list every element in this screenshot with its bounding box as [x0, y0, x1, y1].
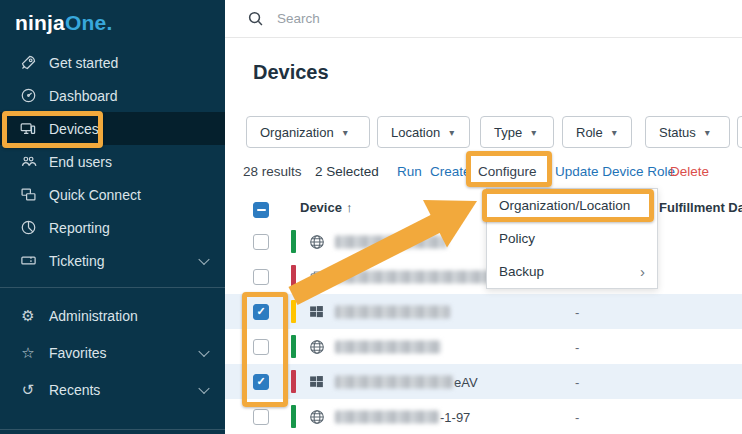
caret-down-icon: ▾ [612, 127, 617, 138]
fulfillment-value: - [575, 374, 579, 389]
row-checkbox[interactable] [253, 269, 269, 285]
windows-icon [309, 304, 325, 320]
main-content: Devices Organization▾Location▾Type▾Role▾… [225, 0, 742, 434]
filter-button-organization[interactable]: Organization▾ [246, 116, 370, 148]
sidebar-item-end-users[interactable]: End users [0, 145, 225, 178]
column-header-device[interactable]: Device↑ [300, 200, 352, 215]
globe-icon [309, 339, 325, 355]
status-strip [291, 405, 296, 428]
caret-down-icon: ▾ [449, 127, 454, 138]
configure-context-menu: Organization/LocationPolicyBackup› [486, 188, 658, 289]
menu-item-label: Backup [499, 264, 544, 279]
sidebar-item-recents[interactable]: ↺Recents [0, 371, 225, 408]
status-strip [291, 265, 296, 288]
filter-label: Location [391, 125, 440, 140]
filter-button-type[interactable]: Type▾ [480, 116, 554, 148]
select-all-checkbox[interactable] [253, 202, 269, 218]
status-strip [291, 300, 296, 323]
sort-asc-icon: ↑ [346, 200, 353, 215]
device-name-suffix: eAV [454, 374, 478, 389]
table-row[interactable]: - [225, 329, 742, 365]
table-row[interactable] [225, 224, 742, 260]
logo-one: One. [65, 11, 112, 34]
sidebar-item-label: Favorites [49, 345, 107, 361]
configure-action[interactable]: Configure [478, 164, 537, 179]
device-icon [309, 269, 325, 285]
row-checkbox[interactable] [253, 409, 269, 425]
row-checkbox[interactable]: ✓ [253, 304, 269, 320]
chevron-down-icon [198, 382, 209, 393]
globe-icon [309, 234, 325, 250]
selected-count: 2 Selected [315, 164, 379, 179]
table-row[interactable]: -1-97- [225, 399, 742, 434]
menu-item-policy[interactable]: Policy [487, 222, 657, 255]
sidebar-item-devices[interactable]: Devices [0, 112, 225, 145]
chevron-right-icon: › [640, 263, 645, 280]
ticket-icon [18, 252, 38, 270]
status-strip [291, 370, 296, 393]
quick-connect-icon [18, 186, 38, 204]
status-strip [291, 335, 296, 358]
fulfillment-value: - [575, 409, 579, 424]
filter-button-location[interactable]: Location▾ [377, 116, 470, 148]
device-name [335, 270, 504, 283]
filter-button-role[interactable]: Role▾ [562, 116, 632, 148]
gear-icon: ⚙ [18, 307, 38, 325]
redacted-device-name [335, 375, 453, 388]
device-name [335, 340, 442, 353]
menu-item-label: Organization/Location [499, 198, 630, 213]
topbar [225, 0, 742, 38]
search-input[interactable] [275, 10, 599, 27]
logo-ninja: ninja [15, 11, 65, 34]
sidebar-item-dashboard[interactable]: Dashboard [0, 79, 225, 112]
reporting-icon [18, 219, 38, 237]
sidebar-item-get-started[interactable]: Get started [0, 46, 225, 79]
sidebar-item-ticketing[interactable]: Ticketing [0, 244, 225, 277]
menu-item-organization-location[interactable]: Organization/Location [487, 189, 657, 222]
sidebar-item-label: End users [49, 154, 112, 170]
rocket-icon [18, 54, 38, 72]
sidebar-item-label: Ticketing [49, 253, 105, 269]
device-name: -1-97 [335, 409, 470, 424]
filter-button-partial[interactable] [737, 116, 742, 148]
redacted-device-name [335, 270, 503, 283]
search-icon [247, 10, 264, 27]
history-icon: ↺ [18, 381, 38, 399]
row-checkbox[interactable] [253, 234, 269, 250]
sidebar-item-reporting[interactable]: Reporting [0, 211, 225, 244]
run-action[interactable]: Run [397, 164, 422, 179]
chevron-down-icon [198, 345, 209, 356]
table-row[interactable]: ✓eAV- [225, 364, 742, 400]
globe-icon [309, 409, 325, 425]
ninjaone-app: ninjaOne. Get startedDashboardDevicesEnd… [0, 0, 742, 434]
row-checkbox[interactable]: ✓ [253, 374, 269, 390]
status-strip [291, 230, 296, 253]
results-count: 28 results [243, 164, 302, 179]
fulfillment-value: - [575, 339, 579, 354]
filter-button-status[interactable]: Status▾ [645, 116, 730, 148]
device-name: eAV [335, 374, 478, 389]
ninjaone-logo: ninjaOne. [0, 0, 225, 35]
row-checkbox[interactable] [253, 339, 269, 355]
menu-item-backup[interactable]: Backup› [487, 255, 657, 288]
delete-action[interactable]: Delete [670, 164, 709, 179]
sidebar-item-favorites[interactable]: ☆Favorites [0, 334, 225, 371]
star-icon: ☆ [18, 344, 38, 362]
filter-label: Organization [260, 125, 334, 140]
sidebar: ninjaOne. Get startedDashboardDevicesEnd… [0, 0, 225, 434]
sidebar-item-quick-connect[interactable]: Quick Connect [0, 178, 225, 211]
sidebar-item-label: Dashboard [49, 88, 118, 104]
column-header-fulfillment[interactable]: Fulfillment Da [659, 200, 742, 215]
sidebar-item-administration[interactable]: ⚙Administration [0, 297, 225, 334]
table-row[interactable]: ✓- [225, 294, 742, 330]
caret-down-icon: ▾ [705, 127, 710, 138]
redacted-device-name [335, 235, 447, 248]
create-action[interactable]: Create [430, 164, 471, 179]
menu-item-label: Policy [499, 231, 535, 246]
redacted-device-name [335, 340, 441, 353]
table-row[interactable] [225, 259, 742, 295]
update-device-role-action[interactable]: Update Device Role [555, 164, 675, 179]
sidebar-bottom-divider [0, 429, 225, 430]
sidebar-nav-secondary: ⚙Administration☆Favorites↺Recents [0, 287, 225, 408]
chevron-down-icon [198, 253, 209, 264]
